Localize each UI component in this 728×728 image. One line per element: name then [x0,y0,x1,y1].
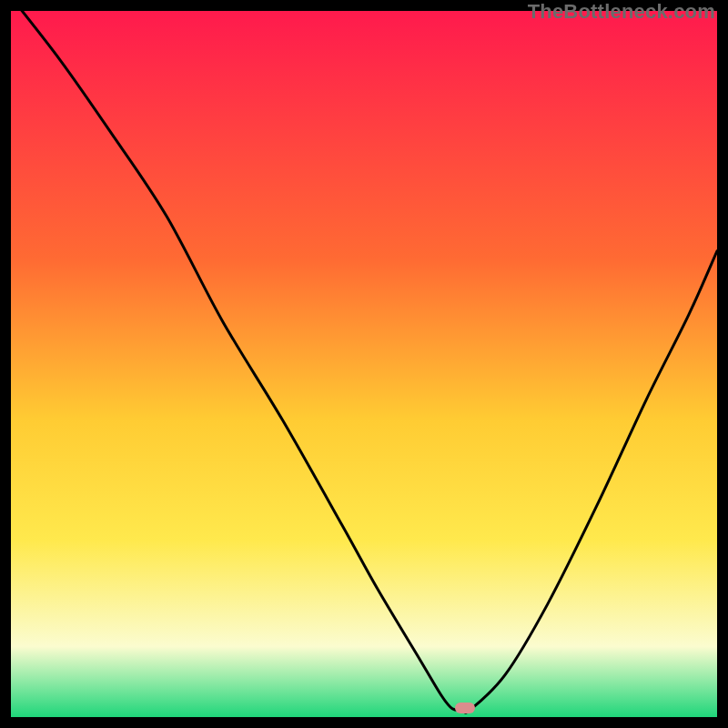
watermark-text: TheBottleneck.com [528,0,715,24]
chart-frame: TheBottleneck.com [0,0,728,728]
gradient-background [11,11,717,717]
bottleneck-plot [11,11,717,717]
valley-marker [455,703,475,713]
